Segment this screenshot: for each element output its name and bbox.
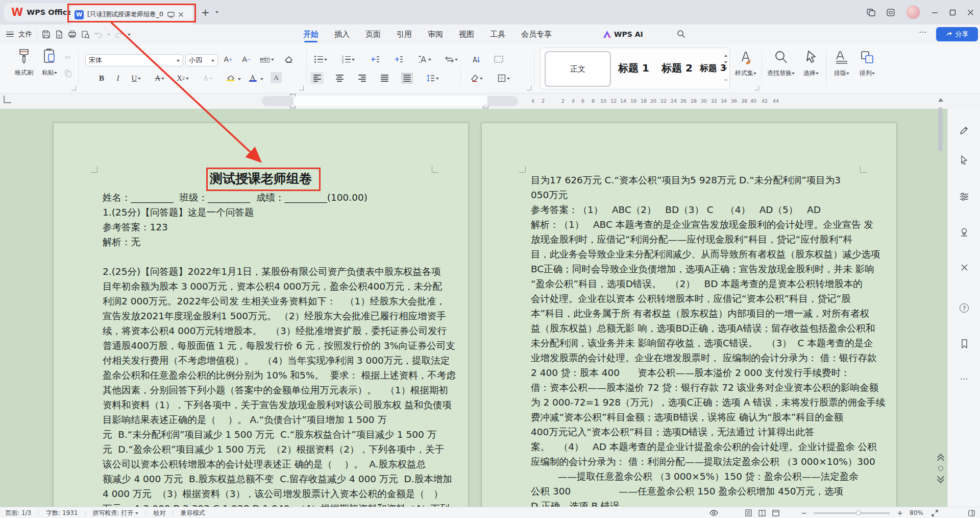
proofread-button[interactable]: 校对 bbox=[153, 509, 165, 517]
select-arrow-icon[interactable] bbox=[958, 154, 970, 166]
styles-open-gallery-icon[interactable] bbox=[724, 69, 727, 80]
file-menu-button[interactable]: 文件 bbox=[18, 30, 32, 39]
menu-tab[interactable]: 插入 bbox=[333, 26, 351, 43]
vertical-scrollbar[interactable] bbox=[936, 97, 945, 500]
paragraph-layout-button[interactable] bbox=[492, 53, 505, 65]
task-pane-icon[interactable] bbox=[968, 510, 975, 516]
copy-button[interactable] bbox=[61, 67, 75, 80]
page-indicator[interactable]: 页面: 1/3 bbox=[5, 509, 31, 517]
strikethrough-button[interactable]: A bbox=[151, 72, 168, 84]
search-icon[interactable] bbox=[677, 30, 685, 38]
styles-scroll-down-icon[interactable] bbox=[724, 61, 727, 65]
paste-chevron-icon[interactable] bbox=[54, 72, 57, 76]
format-painter-button[interactable]: 格式刷 bbox=[12, 48, 36, 77]
save-button[interactable] bbox=[42, 30, 51, 39]
formula-x-icon[interactable] bbox=[958, 261, 970, 273]
line-spacing-button[interactable] bbox=[424, 72, 442, 84]
undo-button[interactable] bbox=[94, 31, 103, 38]
outline-view-icon[interactable] bbox=[758, 510, 766, 516]
tab-list-chevron-icon[interactable] bbox=[215, 11, 218, 15]
bookmark-flag-icon[interactable] bbox=[958, 338, 970, 350]
cut-button[interactable]: ✂ bbox=[61, 51, 75, 63]
highlight-chevron-icon[interactable] bbox=[238, 78, 241, 82]
print-preview-button[interactable] bbox=[81, 30, 90, 39]
cjk-layout-button[interactable] bbox=[442, 53, 460, 65]
document-page-2[interactable]: 目为17 626万元 C.“资本公积”项目为5 928万元 D.“未分配利润”项… bbox=[481, 123, 897, 507]
superscript-button[interactable]: X2 bbox=[174, 72, 192, 84]
new-tab-button[interactable]: + bbox=[201, 7, 210, 17]
zoom-out-button[interactable]: − bbox=[801, 509, 807, 517]
paste-button[interactable]: 粘贴 bbox=[38, 48, 61, 77]
zoom-slider-thumb[interactable] bbox=[856, 510, 861, 515]
user-avatar[interactable] bbox=[906, 5, 920, 19]
borders-button[interactable] bbox=[494, 72, 513, 84]
paragraph-group-expander-icon[interactable] bbox=[527, 86, 531, 90]
zoom-slider[interactable] bbox=[814, 512, 890, 514]
clipboard-group-expander-icon[interactable] bbox=[71, 86, 76, 90]
edit-pen-icon[interactable] bbox=[958, 124, 970, 136]
highlight-color-button[interactable] bbox=[222, 72, 239, 84]
close-tab-icon[interactable] bbox=[178, 12, 184, 17]
clear-format-button[interactable] bbox=[282, 53, 295, 65]
increase-font-button[interactable]: A+ bbox=[222, 53, 235, 65]
next-page-button[interactable] bbox=[938, 474, 943, 482]
document-tab[interactable]: W [只读]测试授课老师组卷_0.do bbox=[70, 5, 193, 25]
font-color-button[interactable]: A bbox=[244, 72, 261, 84]
style-heading1[interactable]: 标题 1 bbox=[618, 48, 649, 88]
maximize-button[interactable] bbox=[949, 9, 956, 16]
styles-group-expander-icon[interactable] bbox=[754, 86, 759, 90]
align-left-button[interactable] bbox=[310, 72, 324, 84]
align-justify-button[interactable] bbox=[378, 72, 391, 84]
share-button[interactable]: 分享 bbox=[936, 27, 978, 41]
menu-tab[interactable]: 开始 bbox=[302, 26, 320, 43]
select-browse-object-button[interactable] bbox=[938, 466, 943, 471]
font-name-select[interactable]: 宋体 bbox=[85, 54, 183, 66]
underline-button[interactable]: U bbox=[128, 72, 145, 84]
font-size-select[interactable]: 小四 bbox=[185, 54, 218, 66]
print-button[interactable] bbox=[68, 30, 77, 38]
align-right-button[interactable] bbox=[355, 72, 369, 84]
properties-sliders-icon[interactable] bbox=[958, 191, 970, 203]
undo-chevron-icon[interactable] bbox=[107, 34, 110, 37]
tab-stop-selector-icon[interactable] bbox=[4, 96, 11, 103]
zoom-level[interactable]: 80% bbox=[910, 509, 925, 516]
horizontal-ruler[interactable]: 4 2 2 4 6 8 10 12 14 16 18 20 bbox=[262, 96, 518, 106]
wps-office-logo[interactable]: W WPS Office bbox=[4, 3, 79, 21]
menu-tab[interactable]: 引用 bbox=[396, 26, 413, 43]
main-menu-icon[interactable] bbox=[6, 32, 14, 37]
italic-button[interactable]: I bbox=[111, 72, 125, 84]
align-center-button[interactable] bbox=[333, 72, 346, 84]
previous-page-button[interactable] bbox=[938, 455, 943, 463]
web-view-icon[interactable] bbox=[772, 510, 779, 516]
wps-ai-button[interactable]: WPS AI bbox=[603, 25, 643, 44]
align-distribute-button[interactable] bbox=[400, 72, 413, 84]
style-set-button[interactable]: 样式集 bbox=[731, 50, 761, 78]
phonetic-guide-button[interactable]: wén bbox=[258, 53, 276, 65]
word-count[interactable]: 字数: 1931 bbox=[46, 509, 78, 517]
font-group-expander-icon[interactable] bbox=[299, 86, 304, 90]
document-page-1[interactable]: 测试授课老师组卷 姓名：_________ 班级：_________ 成绩：__… bbox=[53, 123, 469, 507]
page-view-icon[interactable] bbox=[745, 509, 752, 516]
menu-tab[interactable]: 视图 bbox=[458, 26, 475, 43]
find-replace-button[interactable]: 查找替换 bbox=[765, 50, 797, 78]
export-pdf-button[interactable] bbox=[55, 30, 63, 39]
eye-protection-icon[interactable] bbox=[709, 510, 718, 516]
redo-button[interactable] bbox=[115, 31, 123, 38]
char-effect-button[interactable]: A bbox=[199, 72, 216, 84]
scrollbar-thumb[interactable] bbox=[938, 107, 943, 151]
typeset-button[interactable]: 排版 bbox=[830, 50, 853, 78]
menu-tab[interactable]: 会员专享 bbox=[520, 26, 553, 43]
decrease-indent-button[interactable] bbox=[369, 53, 382, 65]
zoom-in-button[interactable]: + bbox=[897, 509, 903, 517]
bullet-list-button[interactable] bbox=[312, 53, 329, 65]
menu-tab[interactable]: 工具 bbox=[489, 26, 506, 43]
arrange-button[interactable]: 排列 bbox=[855, 50, 879, 78]
select-button[interactable]: 选择 bbox=[799, 50, 823, 78]
style-heading2[interactable]: 标题 2 bbox=[662, 48, 693, 88]
font-color-chevron-icon[interactable] bbox=[260, 78, 263, 82]
help-icon[interactable]: ? bbox=[958, 302, 970, 314]
split-window-icon[interactable] bbox=[867, 9, 875, 16]
increase-indent-button[interactable] bbox=[392, 53, 405, 65]
sort-button[interactable] bbox=[470, 53, 483, 65]
menu-tab[interactable]: 页面 bbox=[364, 26, 382, 43]
